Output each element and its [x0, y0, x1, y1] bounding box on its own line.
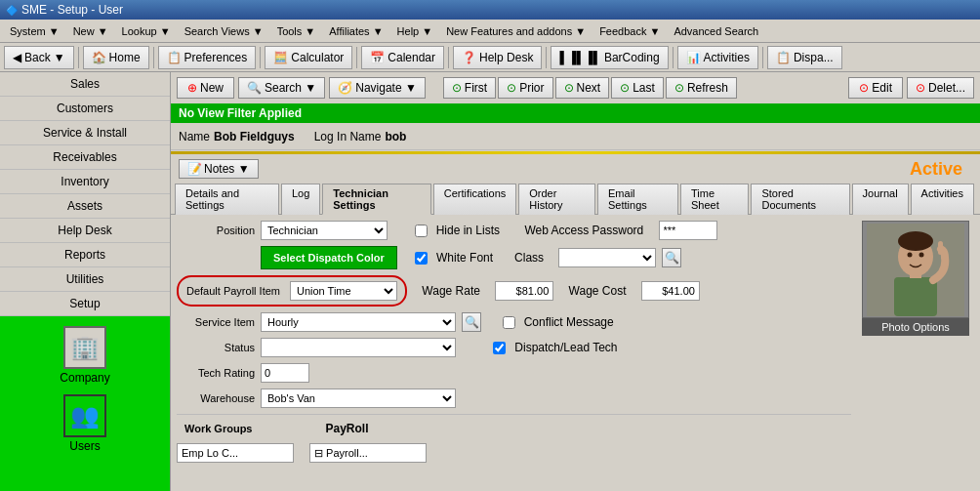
tab-technician[interactable]: Technician Settings	[322, 184, 430, 215]
notes-button[interactable]: 📝 Notes ▼	[179, 159, 259, 179]
service-item-label: Service Item	[177, 316, 255, 328]
sidebar-item-service[interactable]: Service & Install	[0, 121, 170, 145]
tab-emailsettings[interactable]: Email Settings	[597, 184, 678, 215]
dispatch-lead-label: Dispatch/Lead Tech	[514, 341, 617, 354]
back-button[interactable]: ◀ Back ▼	[4, 46, 74, 69]
sidebar-icon-users[interactable]: 👥 Users	[63, 394, 106, 453]
sep7	[673, 47, 674, 68]
search-button[interactable]: 🔍 Search ▼	[238, 77, 325, 99]
refresh-button[interactable]: ⊙ Refresh	[666, 77, 737, 99]
tab-activities[interactable]: Activities	[911, 184, 974, 215]
menu-newfeatures[interactable]: New Features and addons ▼	[440, 23, 592, 39]
conflict-message-checkbox[interactable]	[503, 316, 515, 329]
menu-help[interactable]: Help ▼	[391, 23, 439, 39]
tab-storeddocuments[interactable]: Stored Documents	[751, 184, 849, 215]
first-icon: ⊙	[452, 81, 462, 95]
filter-text: No View Filter Applied	[179, 106, 302, 120]
new-button[interactable]: ⊕ New	[177, 77, 234, 99]
first-button[interactable]: ⊙ First	[443, 77, 496, 99]
home-button[interactable]: 🏠 Home	[83, 46, 149, 69]
hide-in-lists-checkbox[interactable]	[415, 225, 428, 237]
payroll-input[interactable]	[309, 443, 427, 463]
notes-bar: 📝 Notes ▼ Active	[171, 155, 980, 183]
photo-options-label[interactable]: Photo Options	[862, 318, 969, 336]
web-access-input[interactable]	[659, 221, 717, 240]
white-font-checkbox[interactable]	[415, 252, 428, 265]
tech-rating-input[interactable]	[261, 363, 309, 383]
warehouse-label: Warehouse	[177, 392, 255, 404]
barcoding-button[interactable]: ▌▐▌▐▌ BarCoding	[551, 46, 668, 69]
tech-rating-label: Tech Rating	[177, 367, 255, 379]
users-icon: 👥	[70, 402, 100, 430]
class-search-button[interactable]: 🔍	[662, 248, 681, 267]
delete-button[interactable]: ⊙ Delet...	[907, 77, 974, 99]
sidebar-item-reports[interactable]: Reports	[0, 243, 170, 267]
dispatch-lead-checkbox[interactable]	[493, 342, 506, 354]
tech-rating-row: Tech Rating	[177, 363, 851, 383]
prior-button[interactable]: ⊙ Prior	[498, 77, 552, 99]
service-item-row: Service Item Hourly 🔍 Conflict Message	[177, 312, 851, 332]
wage-rate-label: Wage Rate	[422, 284, 480, 298]
position-select[interactable]: Technician	[261, 221, 388, 240]
default-payroll-select[interactable]: Union Time	[290, 281, 397, 301]
svg-point-5	[908, 252, 913, 257]
service-item-select[interactable]: Hourly	[261, 312, 456, 332]
title-icon: 🔷	[6, 5, 18, 16]
calendar-button[interactable]: 📅 Calendar	[361, 46, 444, 69]
menu-system[interactable]: System ▼	[4, 23, 65, 39]
title-text: SME - Setup - User	[21, 3, 123, 17]
status-select[interactable]	[261, 338, 456, 357]
menu-affiliates[interactable]: Affiliates ▼	[323, 23, 388, 39]
wage-rate-input[interactable]	[495, 281, 553, 301]
service-search-button[interactable]: 🔍	[462, 312, 481, 332]
tab-timesheet[interactable]: Time Sheet	[680, 184, 749, 215]
activities-button[interactable]: 📊 Activities	[677, 46, 758, 69]
nav-group: ⊙ First ⊙ Prior ⊙ Next ⊙ Last ⊙ Refres	[443, 77, 737, 99]
sidebar-item-setup[interactable]: Setup	[0, 292, 170, 316]
last-button[interactable]: ⊙ Last	[611, 77, 664, 99]
tab-orderhistory[interactable]: Order History	[518, 184, 595, 215]
sidebar-item-utilities[interactable]: Utilities	[0, 267, 170, 292]
menu-tools[interactable]: Tools ▼	[271, 23, 322, 39]
menu-new[interactable]: New ▼	[67, 23, 114, 39]
new-icon: ⊕	[187, 81, 197, 95]
edit-icon: ⊙	[859, 81, 869, 95]
sep2	[153, 47, 154, 68]
sidebar-item-sales[interactable]: Sales	[0, 72, 170, 97]
calculator-button[interactable]: 🧮 Calculator	[265, 46, 352, 69]
login-label: Log In Name	[314, 130, 382, 143]
tab-journal[interactable]: Journal	[852, 184, 909, 215]
menu-feedback[interactable]: Feedback ▼	[593, 23, 666, 39]
navigate-icon: 🧭	[338, 81, 352, 95]
dispatch-color-button[interactable]: Select Dispatch Color	[261, 246, 397, 269]
class-select[interactable]	[558, 248, 656, 267]
work-groups-input[interactable]	[177, 443, 294, 463]
preferences-button[interactable]: 📋 Preferences	[158, 46, 257, 69]
sidebar-item-assets[interactable]: Assets	[0, 194, 170, 219]
menu-advancedsearch[interactable]: Advanced Search	[668, 23, 764, 39]
users-label: Users	[69, 439, 100, 453]
sidebar-item-inventory[interactable]: Inventory	[0, 170, 170, 194]
menu-searchviews[interactable]: Search Views ▼	[179, 23, 269, 39]
sep1	[78, 47, 79, 68]
sidebar-icon-company[interactable]: 🏢 Company	[60, 326, 109, 385]
sidebar-item-helpdesk[interactable]: Help Desk	[0, 219, 170, 243]
navigate-button[interactable]: 🧭 Navigate ▼	[329, 77, 426, 99]
sep8	[762, 47, 763, 68]
preferences-icon: 📋	[167, 51, 182, 64]
tab-certifications[interactable]: Certifications	[433, 184, 517, 215]
sidebar-item-customers[interactable]: Customers	[0, 97, 170, 121]
tab-details[interactable]: Details and Settings	[175, 184, 279, 215]
delete-icon: ⊙	[916, 81, 925, 95]
dispa-button[interactable]: 📋 Dispa...	[767, 46, 842, 69]
edit-button[interactable]: ⊙ Edit	[848, 77, 903, 99]
wage-cost-input[interactable]	[641, 281, 700, 301]
sidebar-item-receivables[interactable]: Receivables	[0, 145, 170, 170]
title-bar: 🔷 SME - Setup - User	[0, 0, 980, 20]
helpdesk-button[interactable]: ❓ Help Desk	[453, 46, 542, 69]
sep3	[260, 47, 261, 68]
menu-lookup[interactable]: Lookup ▼	[116, 23, 177, 39]
warehouse-select[interactable]: Bob's Van	[261, 389, 456, 408]
tab-log[interactable]: Log	[281, 184, 320, 215]
next-button[interactable]: ⊙ Next	[555, 77, 610, 99]
